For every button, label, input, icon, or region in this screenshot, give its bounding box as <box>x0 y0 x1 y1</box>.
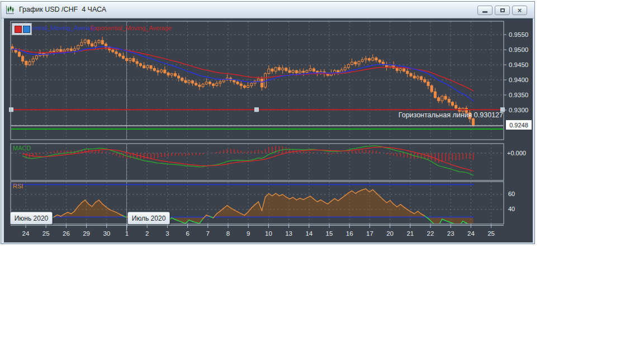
candle-body <box>399 69 401 70</box>
candle-body <box>216 83 218 85</box>
candle-body <box>451 102 453 105</box>
candle-body <box>143 66 145 68</box>
candle-body <box>112 50 114 52</box>
candle-body <box>448 99 450 102</box>
price-axis-label: 0.9400 <box>509 77 528 83</box>
time-axis-label: 6 <box>186 230 189 237</box>
rsi-panel-label: RSI <box>13 183 23 189</box>
minimize-button[interactable] <box>477 6 493 15</box>
candle-body <box>364 59 367 60</box>
price-axis-label: 0.9350 <box>509 92 528 98</box>
time-axis-label: 22 <box>427 230 434 237</box>
candle-body <box>136 61 138 64</box>
candle-body <box>372 58 374 60</box>
candle-body <box>174 74 176 76</box>
candle-body <box>261 79 263 87</box>
candle-body <box>438 98 440 101</box>
time-axis-label: 14 <box>305 230 312 237</box>
candle-body <box>178 76 180 78</box>
candle-body <box>212 84 215 85</box>
candle-body <box>195 83 197 85</box>
candle-body <box>472 119 475 125</box>
candle-body <box>181 78 183 80</box>
time-axis-label: 3 <box>165 230 169 237</box>
time-axis-label: 26 <box>63 230 70 237</box>
line-drag-handle[interactable] <box>10 108 13 112</box>
time-axis-label: 16 <box>346 230 353 237</box>
candle-body <box>288 70 291 72</box>
candle-body <box>222 80 225 82</box>
candle-body <box>18 52 20 56</box>
desktop: 2425262930123678910131415161720212223242… <box>0 0 644 362</box>
candle-body <box>205 82 207 84</box>
month-button-july[interactable]: Июль 2020 <box>127 212 170 225</box>
candle-body <box>368 59 371 60</box>
close-button[interactable]: × <box>512 6 527 15</box>
candle-body <box>153 68 155 70</box>
candle-body <box>378 60 381 62</box>
candle-body <box>278 68 280 70</box>
candle-body <box>424 79 426 82</box>
candle-body <box>361 60 363 61</box>
candle-body <box>63 50 65 52</box>
candle-body <box>347 64 349 67</box>
blue-indicator-button[interactable] <box>23 26 30 33</box>
chart-canvas[interactable]: 2425262930123678910131415161720212223242… <box>1 2 536 245</box>
candle-body <box>312 69 315 71</box>
chart-app-icon <box>5 5 15 15</box>
restore-button[interactable] <box>495 6 510 15</box>
candle-body <box>219 82 221 83</box>
time-axis-label: 30 <box>103 230 110 237</box>
price-axis-label: 0.9500 <box>509 46 528 53</box>
candle-body <box>80 42 83 45</box>
red-indicator-button[interactable] <box>15 26 22 33</box>
candle-body <box>268 69 270 74</box>
candle-body <box>375 58 377 60</box>
candle-body <box>240 84 242 85</box>
candle-body <box>309 69 311 70</box>
time-axis-label: 2 <box>145 230 149 237</box>
candle-body <box>98 40 100 42</box>
candle-body <box>354 62 357 64</box>
candle-body <box>25 61 27 65</box>
candle-body <box>101 40 103 44</box>
time-axis-label: 17 <box>366 230 373 237</box>
candle-body <box>22 56 24 61</box>
price-axis-label: 0.9300 <box>509 107 528 113</box>
candle-body <box>70 49 72 50</box>
candle-body <box>337 70 339 72</box>
restore-icon <box>500 8 505 12</box>
indicator-buttons-box <box>12 23 32 35</box>
candle-body <box>292 70 294 72</box>
candle-body <box>126 59 128 61</box>
price-axis-label: 0.9450 <box>509 61 528 68</box>
month-button-june[interactable]: Июнь 2020 <box>10 212 53 225</box>
candle-body <box>146 66 149 68</box>
candle-body <box>250 83 253 85</box>
candle-body <box>406 71 409 73</box>
candle-body <box>60 49 62 51</box>
time-axis-label: 20 <box>386 230 394 237</box>
time-axis-label: 13 <box>285 230 292 237</box>
candle-body <box>160 70 163 72</box>
time-axis-label: 15 <box>326 230 333 237</box>
minimize-icon <box>482 11 487 13</box>
window-title: График USD /CHF 4 ЧАСА <box>19 2 106 18</box>
line-drag-handle[interactable] <box>255 108 259 112</box>
candle-body <box>87 40 89 44</box>
time-axis-label: 24 <box>22 230 30 237</box>
candle-body <box>209 82 211 84</box>
candle-body <box>91 44 93 46</box>
macd-zero-axis-label: +0.000 <box>507 150 526 156</box>
time-axis-label: 1 <box>125 230 129 237</box>
candle-body <box>233 80 235 82</box>
horizontal-line-label: Горизонтальная линия 0.930127 <box>314 111 503 119</box>
candle-body <box>295 70 297 73</box>
window-titlebar[interactable]: График USD /CHF 4 ЧАСА × <box>1 2 534 18</box>
candle-body <box>302 71 305 72</box>
candle-body <box>94 42 97 46</box>
candle-body <box>171 74 173 75</box>
candle-body <box>191 81 193 83</box>
candle-body <box>389 65 391 67</box>
candle-body <box>351 62 353 64</box>
